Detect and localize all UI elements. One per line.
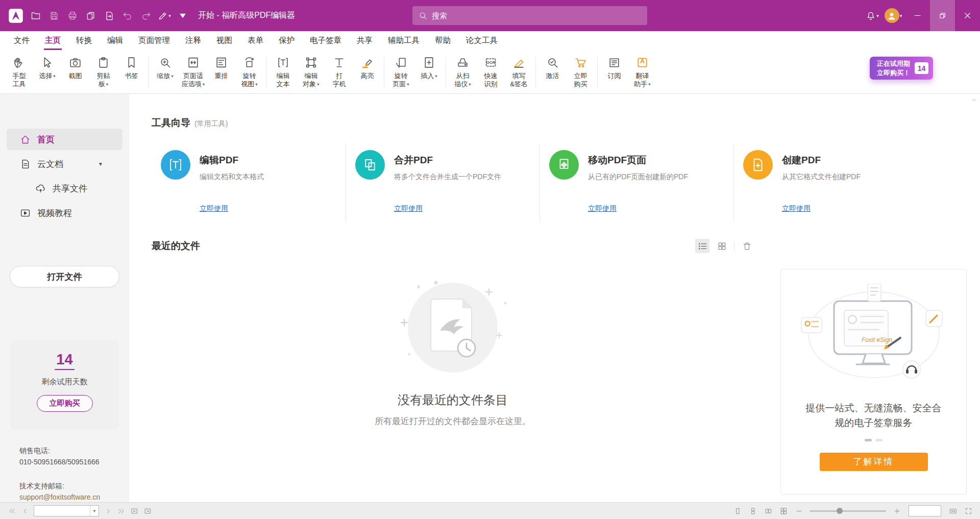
list-view-icon[interactable] bbox=[695, 239, 709, 253]
tool-rotate-pages[interactable]: 旋转页面▾ bbox=[387, 53, 415, 93]
facing-continuous-view-icon[interactable] bbox=[777, 505, 790, 517]
tool-hand[interactable]: 手型工具 bbox=[5, 53, 33, 93]
menu-page-management[interactable]: 页面管理 bbox=[131, 31, 178, 50]
close-button[interactable] bbox=[955, 0, 980, 31]
tool-rotate-view[interactable]: 旋转视图▾ bbox=[235, 53, 263, 93]
carousel-dot[interactable] bbox=[875, 439, 883, 441]
tool-activate[interactable]: 激活 bbox=[538, 53, 567, 93]
sidebar-item-home[interactable]: 首页 bbox=[7, 129, 122, 150]
tool-quick-ocr[interactable]: OCR 快速识别 bbox=[477, 53, 505, 93]
single-page-view-icon[interactable] bbox=[731, 505, 744, 517]
sidebar-item-cloud-docs[interactable]: 云文档 ▼ bbox=[7, 153, 122, 175]
menu-help[interactable]: 帮助 bbox=[427, 31, 458, 50]
support-email-link[interactable]: support@foxitsoftware.cn bbox=[19, 491, 100, 503]
zoom-percentage-input[interactable] bbox=[909, 506, 941, 516]
trash-icon[interactable] bbox=[740, 239, 754, 253]
next-view-icon[interactable] bbox=[141, 505, 154, 517]
learn-more-button[interactable]: 了解详情 bbox=[820, 453, 928, 471]
tool-subscribe[interactable]: 订阅 bbox=[600, 53, 628, 93]
minimize-button[interactable] bbox=[905, 0, 930, 31]
export-document-icon[interactable] bbox=[100, 7, 118, 25]
quick-access-menu-icon[interactable] bbox=[174, 7, 192, 25]
menu-file[interactable]: 文件 bbox=[6, 31, 37, 50]
tool-edit-text[interactable]: 编辑文本 bbox=[269, 53, 297, 93]
page-number-box[interactable]: ▼ bbox=[34, 505, 99, 516]
notification-bell-icon[interactable]: ▾ bbox=[863, 7, 881, 25]
copy-document-icon[interactable] bbox=[82, 7, 100, 25]
tool-fill-sign[interactable]: 填写&签名 bbox=[505, 53, 533, 93]
continuous-view-icon[interactable] bbox=[746, 505, 760, 517]
sidebar-item-shared-files[interactable]: 共享文件 bbox=[7, 178, 122, 199]
menu-share[interactable]: 共享 bbox=[349, 31, 380, 50]
use-now-link[interactable]: 立即使用 bbox=[200, 204, 228, 213]
tool-highlight[interactable]: 高亮 bbox=[353, 53, 381, 93]
tool-page-fit[interactable]: 页面适应选项▾ bbox=[179, 53, 207, 93]
shared-cloud-icon bbox=[35, 183, 46, 194]
trial-banner[interactable]: 正在试用期 立即购买！ 14 bbox=[870, 57, 933, 80]
tool-snapshot[interactable]: 截图 bbox=[61, 53, 89, 93]
redo-icon[interactable] bbox=[137, 7, 155, 25]
tool-select[interactable]: 选择▾ bbox=[33, 53, 61, 93]
zoom-out-icon[interactable] bbox=[792, 505, 805, 517]
previous-page-icon[interactable] bbox=[18, 505, 32, 517]
open-file-button[interactable]: 打开文件 bbox=[10, 266, 119, 287]
tool-reflow[interactable]: 重排 bbox=[207, 53, 235, 93]
undo-icon[interactable] bbox=[118, 7, 137, 25]
search-input[interactable] bbox=[432, 11, 641, 20]
tool-translate[interactable]: A 翻译助手▾ bbox=[628, 53, 656, 93]
menu-esign[interactable]: 电子签章 bbox=[302, 31, 349, 50]
menu-protect[interactable]: 保护 bbox=[271, 31, 302, 50]
rotate-pages-icon bbox=[395, 55, 407, 70]
scroll-up-icon[interactable] bbox=[971, 96, 977, 105]
use-now-link[interactable]: 立即使用 bbox=[394, 204, 423, 213]
zoom-slider[interactable] bbox=[810, 505, 886, 517]
tool-from-scanner[interactable]: 从扫描仪▾ bbox=[449, 53, 477, 93]
last-page-icon[interactable] bbox=[114, 505, 128, 517]
pen-style-icon[interactable]: ▾ bbox=[155, 7, 174, 25]
use-now-link[interactable]: 立即使用 bbox=[782, 204, 811, 213]
card-edit-pdf[interactable]: 编辑PDF 编辑文档和文本格式 立即使用 bbox=[152, 143, 346, 221]
menu-home[interactable]: 主页 bbox=[37, 31, 68, 50]
fullscreen-icon[interactable] bbox=[962, 505, 975, 517]
card-merge-pdf[interactable]: 合并PDF 将多个文件合并生成一个PDF文件 立即使用 bbox=[346, 143, 540, 221]
print-icon[interactable] bbox=[63, 7, 82, 25]
menu-edit[interactable]: 编辑 bbox=[100, 31, 131, 50]
tool-clipboard[interactable]: 剪贴板▾ bbox=[89, 53, 117, 93]
open-file-icon[interactable] bbox=[27, 7, 45, 25]
search-bar[interactable] bbox=[412, 6, 647, 25]
save-icon[interactable] bbox=[45, 7, 63, 25]
page-number-input[interactable] bbox=[34, 507, 90, 514]
tool-edit-object[interactable]: 编辑对象▾ bbox=[297, 53, 325, 93]
zoom-in-icon[interactable] bbox=[890, 505, 903, 517]
tool-buy-now[interactable]: 立即购买 bbox=[567, 53, 595, 93]
menu-view[interactable]: 视图 bbox=[209, 31, 240, 50]
chevron-down-icon[interactable]: ▼ bbox=[90, 506, 99, 516]
first-page-icon[interactable] bbox=[5, 505, 18, 517]
buy-now-button[interactable]: 立即购买 bbox=[37, 395, 93, 412]
zoom-percentage-box[interactable] bbox=[909, 505, 941, 516]
next-page-icon[interactable] bbox=[101, 505, 114, 517]
card-create-pdf[interactable]: 创建PDF 从其它格式文件创建PDF 立即使用 bbox=[733, 143, 927, 221]
previous-view-icon[interactable] bbox=[128, 505, 141, 517]
tool-insert[interactable]: 插入▾ bbox=[415, 53, 443, 93]
menu-form[interactable]: 表单 bbox=[240, 31, 271, 50]
fit-width-icon[interactable] bbox=[946, 505, 960, 517]
menu-paper-tools[interactable]: 论文工具 bbox=[458, 31, 505, 50]
carousel-dot[interactable] bbox=[865, 439, 872, 441]
zoom-slider-thumb[interactable] bbox=[837, 508, 843, 514]
tool-typewriter[interactable]: 打字机 bbox=[325, 53, 353, 93]
menu-accessibility[interactable]: 辅助工具 bbox=[380, 31, 427, 50]
sidebar-item-video-tutorials[interactable]: 视频教程 bbox=[7, 202, 122, 224]
tool-zoom[interactable]: 缩放▾ bbox=[151, 53, 179, 93]
account-avatar[interactable]: ▾ bbox=[881, 7, 905, 25]
use-now-link[interactable]: 立即使用 bbox=[588, 204, 617, 213]
grid-view-icon[interactable] bbox=[715, 239, 729, 253]
restore-button[interactable] bbox=[930, 0, 955, 31]
tool-bookmark[interactable]: 书签 bbox=[117, 53, 145, 93]
menu-comment[interactable]: 注释 bbox=[178, 31, 209, 50]
menu-convert[interactable]: 转换 bbox=[68, 31, 100, 50]
chevron-down-icon[interactable]: ▼ bbox=[98, 161, 103, 167]
facing-view-icon[interactable] bbox=[762, 505, 775, 517]
card-move-pdf-pages[interactable]: 移动PDF页面 从已有的PDF页面创建新的PDF 立即使用 bbox=[540, 143, 733, 221]
tool-label: 页面 bbox=[393, 80, 406, 88]
